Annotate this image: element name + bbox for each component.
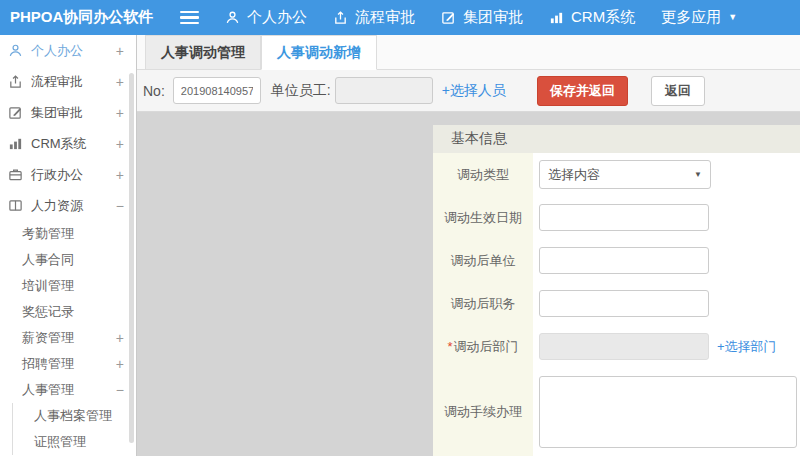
caret-down-icon: ▼ (694, 170, 702, 179)
no-label: No: (143, 83, 165, 99)
employee-input[interactable] (335, 77, 433, 104)
hamburger-menu-icon[interactable] (180, 8, 199, 28)
user-icon (225, 10, 240, 25)
process-icon (333, 10, 348, 25)
sidebar-item-personnel-mgmt[interactable]: 人事管理 − (0, 377, 136, 403)
transfer-after-position-input[interactable] (539, 290, 709, 317)
form-row-transfer-type: 调动类型 选择内容 ▼ (433, 153, 800, 196)
tab-personnel-transfer-new[interactable]: 人事调动新增 (261, 35, 377, 70)
sidebar-item-recruitment-mgmt[interactable]: 招聘管理 + (0, 351, 136, 377)
collapse-icon[interactable]: − (116, 383, 124, 397)
sidebar-item-certificate-mgmt[interactable]: 证照管理 (13, 429, 136, 455)
collapse-icon[interactable]: − (116, 199, 124, 213)
sidebar-item-crm-system[interactable]: CRM系统 + (0, 128, 136, 159)
expand-icon[interactable]: + (116, 75, 124, 89)
sidebar-item-attendance-mgmt[interactable]: 考勤管理 (0, 221, 136, 247)
sidebar-item-human-resources[interactable]: 人力资源 − (0, 190, 136, 221)
caret-down-icon: ▼ (728, 13, 737, 22)
field-label: 调动手续办理 (433, 403, 533, 421)
sidebar-item-hr-contract[interactable]: 人事合同 (0, 247, 136, 273)
transfer-effective-date-input[interactable] (539, 204, 709, 231)
topnav-label: 集团审批 (463, 8, 523, 27)
edit-icon (8, 105, 24, 120)
field-label: 调动后职务 (433, 295, 533, 313)
back-button[interactable]: 返回 (651, 76, 705, 106)
topnav-group-approval[interactable]: 集团审批 (441, 8, 523, 27)
sidebar-item-reward-punishment[interactable]: 奖惩记录 (0, 299, 136, 325)
section-title: 基本信息 (451, 130, 507, 148)
sidebar-item-group-approval[interactable]: 集团审批 + (0, 97, 136, 128)
sidebar-item-admin-office[interactable]: 行政办公 + (0, 159, 136, 190)
field-label: 调动生效日期 (433, 209, 533, 227)
select-department-link[interactable]: +选择部门 (717, 338, 777, 356)
transfer-after-department-input[interactable] (539, 333, 709, 360)
sidebar-item-training-mgmt[interactable]: 培训管理 (0, 273, 136, 299)
sidebar-item-personal-office[interactable]: 个人办公 + (0, 35, 136, 66)
top-nav: 个人办公 流程审批 集团审批 CRM系统 更多应用 (225, 8, 737, 27)
expand-icon[interactable]: + (116, 168, 124, 182)
field-label: *调动后部门 (433, 338, 533, 356)
tab-personnel-transfer-mgmt[interactable]: 人事调动管理 (145, 35, 261, 69)
transfer-procedure-textarea[interactable] (539, 376, 797, 448)
process-icon (8, 74, 24, 89)
form-row-after-unit: 调动后单位 (433, 239, 800, 282)
briefcase-icon (8, 167, 24, 182)
required-asterisk: * (447, 339, 452, 354)
select-value: 选择内容 (548, 166, 600, 184)
topnav-label: 流程审批 (355, 8, 415, 27)
edit-icon (441, 10, 456, 25)
chart-icon (8, 136, 24, 151)
form-row-after-department: *调动后部门 +选择部门 (433, 325, 800, 368)
field-label: 调动后单位 (433, 252, 533, 270)
app-window: PHPOA协同办公软件 个人办公 流程审批 集团审批 (0, 0, 800, 456)
sidebar-subgroup: 人事档案管理 证照管理 (12, 403, 136, 455)
field-label: 调动类型 (433, 166, 533, 184)
form-body: 调动类型 选择内容 ▼ 调动生效日期 (433, 153, 800, 456)
save-and-return-button[interactable]: 保存并返回 (537, 76, 628, 106)
employee-label: 单位员工: (271, 82, 331, 100)
main-content: 人事调动管理 人事调动新增 No: 单位员工: +选择人员 保存并返回 返回 基… (137, 35, 800, 456)
expand-icon[interactable]: + (116, 106, 124, 120)
book-icon (8, 198, 24, 213)
topnav-crm-system[interactable]: CRM系统 (549, 8, 635, 27)
form-panel: 基本信息 调动类型 选择内容 ▼ (433, 125, 800, 456)
transfer-type-select[interactable]: 选择内容 ▼ (539, 160, 711, 189)
user-icon (8, 43, 24, 58)
sidebar-item-process-approval[interactable]: 流程审批 + (0, 66, 136, 97)
topnav-process-approval[interactable]: 流程审批 (333, 8, 415, 27)
topnav-label: 个人办公 (247, 8, 307, 27)
top-bar: PHPOA协同办公软件 个人办公 流程审批 集团审批 (0, 0, 800, 35)
form-row-after-position: 调动后职务 (433, 282, 800, 325)
expand-icon[interactable]: + (116, 137, 124, 151)
app-logo: PHPOA协同办公软件 (0, 8, 180, 27)
select-person-link[interactable]: +选择人员 (442, 82, 506, 100)
sidebar-item-salary-mgmt[interactable]: 薪资管理 + (0, 325, 136, 351)
section-header: 基本信息 (433, 125, 800, 153)
transfer-after-unit-input[interactable] (539, 247, 709, 274)
expand-icon[interactable]: + (116, 331, 124, 345)
form-toolbar: No: 单位员工: +选择人员 保存并返回 返回 (137, 70, 800, 112)
sidebar-scrollbar[interactable] (129, 73, 134, 443)
topnav-personal-office[interactable]: 个人办公 (225, 8, 307, 27)
sidebar: 个人办公 + 流程审批 + 集团审批 + CRM系统 + (0, 35, 137, 456)
topnav-more-apps[interactable]: 更多应用 ▼ (661, 8, 737, 27)
no-input[interactable] (173, 77, 261, 104)
topnav-label: CRM系统 (571, 8, 635, 27)
sidebar-item-personnel-archive-mgmt[interactable]: 人事档案管理 (13, 403, 136, 429)
topnav-label: 更多应用 (661, 8, 721, 27)
tab-bar: 人事调动管理 人事调动新增 (137, 35, 800, 70)
form-row-effective-date: 调动生效日期 (433, 196, 800, 239)
expand-icon[interactable]: + (116, 44, 124, 58)
chart-icon (549, 10, 564, 25)
form-row-procedure: 调动手续办理 (433, 368, 800, 456)
expand-icon[interactable]: + (116, 357, 124, 371)
